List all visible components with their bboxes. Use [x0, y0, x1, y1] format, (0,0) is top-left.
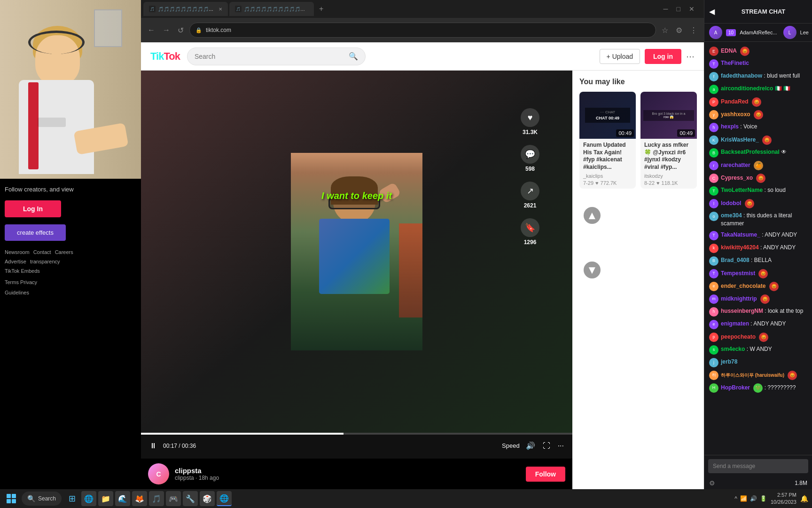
- speed-button[interactable]: Speed: [502, 442, 520, 449]
- taskbar-search-icon: 🔍: [27, 495, 35, 502]
- chat-msg-enigma: e enigmaten : ANDY ANDY: [707, 319, 810, 330]
- shares-stat: ↗ 2621: [521, 182, 539, 209]
- enigma-text: : ANDY ANDY: [750, 320, 786, 327]
- taskbar-browser2-icon[interactable]: 🌐: [217, 491, 232, 506]
- panda-avatar: P: [709, 97, 718, 107]
- video-controls: ⏸ 00:17 / 00:36 Speed 🔊 ⛶ ···: [141, 433, 572, 459]
- video-nav-up[interactable]: ▲: [584, 207, 601, 224]
- peepo-emote: 😡: [759, 333, 768, 342]
- login-button-overlay[interactable]: Log In: [5, 200, 61, 217]
- video-poster-info: C clippsta clippsta · 18h ago Follow: [141, 459, 572, 489]
- tiktok-embeds-link[interactable]: TikTok Embeds: [5, 268, 40, 274]
- bookmark-button[interactable]: ☆: [660, 24, 670, 37]
- terms-link[interactable]: Terms: [5, 279, 19, 285]
- clock[interactable]: 2:57 PM 10/26/2023: [771, 492, 796, 506]
- refresh-button[interactable]: ↺: [176, 24, 186, 37]
- chat-msg-kris: K KrisWasHere_ 😡: [707, 135, 810, 146]
- close-button[interactable]: ✕: [687, 5, 697, 13]
- taskbar-file-icon[interactable]: 📁: [98, 491, 113, 506]
- hussein-text: : look at the top: [765, 308, 803, 314]
- video-nav-down[interactable]: ▼: [584, 262, 601, 278]
- tiktok-login-button[interactable]: Log in: [645, 49, 681, 64]
- taskbar-search[interactable]: 🔍 Search: [22, 492, 62, 506]
- guidelines-link[interactable]: Guidelines: [5, 290, 29, 295]
- taskbar-firefox-icon[interactable]: 🦊: [132, 491, 147, 506]
- search-bar[interactable]: 🔍: [187, 48, 366, 65]
- privacy-link[interactable]: Privacy: [20, 279, 37, 285]
- fullscreen-button[interactable]: ⛶: [541, 440, 552, 452]
- system-tray: ^ 📶 🔊 🔋: [734, 495, 767, 502]
- sm4-avatar: s: [709, 345, 718, 355]
- minimize-button[interactable]: ─: [661, 5, 671, 13]
- browser-tab-2[interactable]: 🎵 🎵🎵🎵🎵🎵🎵🎵🎵🎵🎵🎵🎵: [229, 2, 314, 16]
- chat-msg-lodo: l lodobol 😡: [707, 198, 810, 209]
- tray-network[interactable]: 📶: [740, 495, 747, 502]
- rec-info-2: Lucky ass mfker 🍀 @Jynxzi #r6 #jynxl #ko…: [640, 139, 697, 189]
- hop-username: HopBroker: [721, 384, 750, 391]
- back-button[interactable]: ←: [146, 24, 157, 36]
- progress-bar[interactable]: [141, 433, 572, 435]
- taskbar-app2-icon[interactable]: 🔧: [183, 491, 198, 506]
- video-frame[interactable]: I want to keep it: [291, 153, 422, 350]
- tray-battery[interactable]: 🔋: [760, 495, 767, 502]
- bookmark-icon: 🔖: [521, 218, 539, 237]
- rare-avatar: r: [709, 161, 718, 170]
- forward-button[interactable]: →: [161, 24, 172, 36]
- hexpls-username: hexpls: [721, 123, 739, 130]
- kris-avatar: K: [709, 135, 718, 145]
- advertise-link[interactable]: Advertise: [5, 259, 26, 264]
- rec-card-2[interactable]: Bro got 3 black ice in a row 😱 00:49 Luc…: [640, 92, 697, 189]
- tray-volume[interactable]: 🔊: [750, 495, 757, 502]
- taskbar-spotify-icon[interactable]: 🎵: [149, 491, 164, 506]
- kiwi-username: kiwikitty46204: [721, 244, 759, 251]
- chat-msg-yashh: y yashhxoxo 😡: [707, 109, 810, 120]
- chat-collapse-button[interactable]: ◀: [709, 7, 715, 16]
- browser-menu-button[interactable]: ⋮: [688, 24, 699, 37]
- jerb-username: jerb78: [721, 358, 737, 365]
- tray-arrow[interactable]: ^: [734, 495, 737, 502]
- contact-link[interactable]: Contact: [33, 249, 51, 255]
- kris-username: KrisWasHere_: [721, 136, 759, 143]
- follow-text: Follow creators, and view: [5, 184, 136, 195]
- taka-text: : ANDY ANDY: [762, 231, 797, 238]
- chat-settings-icon: ⚙: [709, 479, 715, 487]
- chat-msg-panda: P PandaRed 😡: [707, 96, 810, 108]
- hop-emote: 💚: [753, 383, 763, 393]
- taskbar-chrome-icon[interactable]: 🌐: [81, 491, 96, 506]
- taskbar-steam-icon[interactable]: 🎲: [200, 491, 215, 506]
- taskbar-edge-icon[interactable]: 🌊: [115, 491, 130, 506]
- header-right: + Upload Log in ⋯: [600, 49, 695, 64]
- search-input[interactable]: [195, 53, 345, 60]
- lodo-emote: 😡: [745, 199, 754, 208]
- more-options-button[interactable]: ···: [556, 440, 565, 452]
- lodo-avatar: l: [709, 199, 718, 208]
- address-bar[interactable]: 🔒 tiktok.com: [189, 23, 656, 38]
- pause-button[interactable]: ⏸: [148, 440, 158, 452]
- volume-button[interactable]: 🔊: [524, 440, 537, 452]
- newsroom-link[interactable]: Newsroom: [5, 249, 30, 255]
- chat-msg-thefinetic: T TheFinetic: [707, 58, 810, 70]
- start-button[interactable]: [4, 491, 19, 506]
- rec-card-1[interactable]: ···· CHAT CHAT 00:49 00:49 Fanum Updated…: [579, 92, 636, 189]
- faded-text: : blud went full: [764, 72, 800, 79]
- new-tab-button[interactable]: +: [315, 5, 327, 13]
- panda-username: PandaRed: [721, 98, 749, 105]
- tab-close-1[interactable]: ✕: [219, 7, 222, 12]
- browser-tab-1[interactable]: 🎵 🎵🎵🎵🎵🎵🎵🎵🎵🎵🎵🎵🎵 ✕: [143, 2, 228, 16]
- backseat-text: 👁: [781, 149, 787, 155]
- restore-button[interactable]: □: [674, 5, 683, 13]
- taskbar-widget-icon[interactable]: ⊞: [64, 491, 79, 506]
- kiwi-avatar: k: [709, 244, 718, 253]
- midknight-username: midknighttrip: [721, 295, 757, 302]
- create-effects-button[interactable]: create effects: [5, 224, 66, 241]
- notification-icon[interactable]: 🔔: [800, 495, 808, 502]
- enigma-avatar: e: [709, 320, 718, 329]
- transparency-link[interactable]: transparency: [30, 259, 60, 264]
- taskbar-game-icon[interactable]: 🎮: [166, 491, 181, 506]
- careers-link[interactable]: Careers: [55, 249, 73, 255]
- chat-input[interactable]: [708, 459, 808, 473]
- upload-button[interactable]: + Upload: [600, 49, 640, 64]
- extensions-button[interactable]: ⚙: [674, 24, 684, 37]
- follow-button[interactable]: Follow: [526, 467, 565, 482]
- more-button[interactable]: ⋯: [686, 51, 695, 62]
